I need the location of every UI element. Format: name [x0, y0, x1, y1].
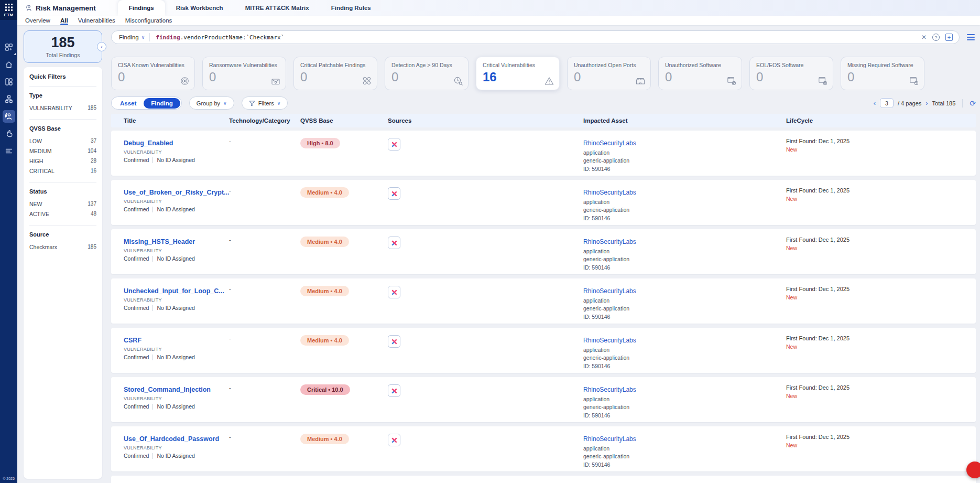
checkmarx-logo-icon[interactable]	[388, 187, 400, 200]
asset-type: application	[583, 248, 786, 254]
save-query-icon[interactable]: +	[945, 34, 953, 41]
eol-eos-software-icon	[818, 76, 827, 85]
finding-status: Confirmed	[124, 453, 149, 459]
filter-option-low[interactable]: LOW 37	[29, 136, 96, 146]
card-unauthorized-software[interactable]: Unauthorized Software 0	[658, 57, 742, 90]
sidebar-item-home[interactable]	[3, 58, 15, 71]
technology-category-value: -	[229, 237, 300, 274]
sidebar-item-dashboard[interactable]	[3, 76, 15, 88]
pages-total-label: / 4 pages	[898, 100, 921, 106]
subnav-all[interactable]: All	[60, 16, 68, 25]
current-page-input[interactable]: 3	[880, 98, 894, 108]
sidebar-item-menu[interactable]	[3, 145, 15, 157]
tab-findings[interactable]: Findings	[118, 0, 165, 16]
app-launcher-button[interactable]: ETM	[0, 0, 17, 20]
impacted-asset-link[interactable]: RhinoSecurityLabs	[583, 189, 636, 196]
card-missing-required-software[interactable]: Missing Required Software 0	[841, 57, 924, 90]
total-findings-value: 185	[51, 36, 74, 50]
finding-title-link[interactable]: Use_of_Broken_or_Risky_Crypt...	[124, 189, 229, 196]
subnav-overview[interactable]: Overview	[25, 16, 50, 25]
impacted-asset-link[interactable]: RhinoSecurityLabs	[583, 337, 636, 344]
search-menu-icon[interactable]	[966, 33, 976, 41]
filters-dropdown[interactable]: Filters ∨	[242, 96, 288, 110]
finding-title-link[interactable]: Stored_Command_Injection	[124, 386, 211, 393]
unauthorized-software-icon	[727, 76, 736, 85]
sidebar-item-hierarchy[interactable]	[3, 93, 15, 105]
card-cisa-known-vulnerabilities[interactable]: CISA Known Vulnerabilities 0	[111, 57, 195, 90]
filter-option-checkmarx[interactable]: Checkmarx 185	[29, 242, 96, 252]
previous-page-icon[interactable]: ‹	[874, 99, 876, 107]
filter-section-title: QVSS Base	[29, 125, 96, 132]
subnav-misconfigurations[interactable]: Misconfigurations	[125, 16, 172, 25]
search-help-icon[interactable]: ?	[932, 34, 940, 41]
card-critical-vulnerabilities[interactable]: Critical Vulnerabilities 16	[476, 57, 560, 90]
card-value: 0	[118, 71, 188, 83]
checkmarx-logo-icon[interactable]	[388, 286, 400, 298]
subnav-vulnerabilities[interactable]: Vulnerabilities	[78, 16, 115, 25]
impacted-asset-link[interactable]: RhinoSecurityLabs	[583, 435, 636, 443]
qvss-badge: Medium • 4.0	[300, 187, 349, 198]
card-eol-eos-software[interactable]: EOL/EOS Software 0	[749, 57, 833, 90]
sidebar-item-hand[interactable]	[3, 127, 15, 140]
floating-action-button[interactable]	[966, 461, 980, 478]
next-page-icon[interactable]: ›	[925, 99, 928, 107]
finding-title-link[interactable]: Missing_HSTS_Header	[124, 238, 195, 245]
divider	[153, 355, 153, 360]
card-label: EOL/EOS Software	[756, 62, 826, 68]
total-findings-card[interactable]: 185 Total Findings ‹	[24, 30, 102, 63]
checkmarx-logo-icon[interactable]	[388, 138, 400, 151]
sidebar-item-risk-management[interactable]	[3, 110, 15, 123]
divider	[153, 453, 153, 459]
finding-title-link[interactable]: Use_Of_Hardcoded_Password	[124, 435, 219, 443]
filter-option-label: HIGH	[29, 158, 43, 164]
tab-mitre-attack-matrix[interactable]: MITRE ATT&CK Matrix	[234, 0, 320, 16]
impacted-asset-link[interactable]: RhinoSecurityLabs	[583, 386, 636, 393]
query-rest-token: .vendorProductName:`Checkmarx`	[180, 34, 285, 41]
hand-icon	[5, 130, 13, 138]
finding-title-link[interactable]: Unchecked_Input_for_Loop_C...	[124, 287, 224, 295]
checkmarx-logo-icon[interactable]	[388, 434, 400, 446]
filter-option-critical[interactable]: CRITICAL 16	[29, 166, 96, 176]
asset-id: ID: 590146	[583, 363, 786, 369]
first-found-label: First Found: Dec 1, 2025	[786, 138, 976, 144]
checkmarx-logo-icon[interactable]	[388, 384, 400, 397]
clear-search-icon[interactable]: ✕	[921, 34, 927, 41]
card-unauthorized-open-ports[interactable]: Unauthorized Open Ports 0	[567, 57, 651, 90]
technology-category-value: -	[229, 384, 300, 422]
qvss-badge: Medium • 4.0	[300, 286, 349, 296]
tab-risk-workbench[interactable]: Risk Workbench	[165, 0, 234, 16]
finding-title-link[interactable]: CSRF	[124, 337, 141, 344]
filter-option-high[interactable]: HIGH 28	[29, 156, 96, 166]
card-ransomware-vulnerabilities[interactable]: Ransomware Vulnerabilities 0	[202, 57, 286, 90]
impacted-asset-link[interactable]: RhinoSecurityLabs	[583, 139, 636, 147]
total-count-label: Total 185	[932, 100, 956, 106]
filter-option-active[interactable]: ACTIVE 48	[29, 209, 96, 219]
asset-subtype: generic-application	[583, 157, 786, 164]
finding-title-link[interactable]: Debug_Enabled	[124, 139, 173, 147]
toggle-finding[interactable]: Finding	[144, 98, 180, 109]
findings-subnav: Overview All Vulnerabilities Misconfigur…	[17, 16, 980, 25]
divider	[153, 207, 153, 212]
card-detection-age[interactable]: Detection Age > 90 Days 0	[385, 57, 469, 90]
checkmarx-logo-icon[interactable]	[388, 237, 400, 249]
impacted-asset-link[interactable]: RhinoSecurityLabs	[583, 287, 636, 295]
group-by-dropdown[interactable]: Group by ∨	[189, 96, 234, 110]
tab-finding-rules[interactable]: Finding Rules	[320, 0, 382, 16]
toggle-asset[interactable]: Asset	[113, 98, 144, 109]
qvss-badge: Medium • 4.0	[300, 237, 349, 247]
search-query-input[interactable]: finding.vendorProductName:`Checkmarx`	[156, 34, 284, 41]
collapse-panel-button[interactable]: ‹	[97, 42, 106, 51]
column-sources: Sources	[388, 117, 583, 124]
query-search-bar[interactable]: Finding ∨ finding.vendorProductName:`Che…	[111, 30, 960, 44]
filter-option-medium[interactable]: MEDIUM 104	[29, 146, 96, 156]
sidebar-item-modules[interactable]	[3, 41, 15, 53]
filter-option-count: 185	[88, 105, 96, 111]
asset-type: application	[583, 199, 786, 205]
impacted-asset-link[interactable]: RhinoSecurityLabs	[583, 238, 636, 245]
checkmarx-logo-icon[interactable]	[388, 335, 400, 348]
filter-option-new[interactable]: NEW 137	[29, 199, 96, 209]
card-critical-patchable-findings[interactable]: Critical Patchable Findings 0	[293, 57, 377, 90]
filter-option-vulnerability[interactable]: VULNERABILITY 185	[29, 103, 96, 113]
search-scope-dropdown[interactable]: Finding ∨	[116, 34, 149, 40]
refresh-icon[interactable]: ⟳	[970, 99, 976, 108]
